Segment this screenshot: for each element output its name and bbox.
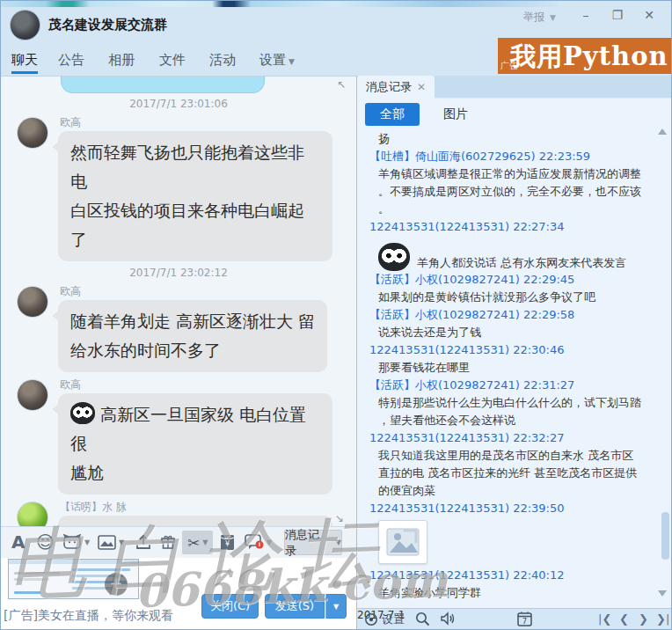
message-bubble: 茂南大道东延线，名正言顺了，@ 欧高 <box>58 516 332 526</box>
send-button[interactable]: 发送(S) <box>265 594 325 619</box>
history-entry-content: 那要看钱花在哪里 <box>369 359 656 377</box>
chat-message: 欧高随着羊角划走 高新区逐渐壮大 留 给水东的时间不多了 <box>1 284 356 372</box>
avatar[interactable] <box>17 502 48 526</box>
next-page-icon[interactable]: ❯ <box>639 612 648 626</box>
input-ad-text[interactable]: [广告]美女在直播，等你来观看 <box>4 608 173 624</box>
upload-icon[interactable] <box>135 531 151 553</box>
chevron-down-icon: ▼ <box>267 538 272 546</box>
qq-group-chat-window: 茂名建设发展交流群 举报▼ – ❐ ✕ 聊天 公告 相册 文件 活动 设置▼ 我… <box>0 0 672 630</box>
history-entry-header[interactable]: 122413531(122413531) 22:39:50 <box>369 500 656 517</box>
first-page-icon[interactable]: |❮ <box>598 612 611 626</box>
timestamp: 2017/7/1 23:02:12 <box>1 267 356 281</box>
message-history-panel: 消息记录 ✕ 全部 图片 扬【吐槽】倚山面海(602729625) 22:23:… <box>357 76 672 630</box>
sender-name: 【话唠】水 脉 <box>60 500 356 514</box>
history-tabstrip: 消息记录 ✕ <box>357 76 672 99</box>
history-entry-header[interactable]: 122413531(122413531) 22:32:27 <box>369 429 656 447</box>
window-title: 茂名建设发展交流群 <box>48 17 167 33</box>
tab-settings[interactable]: 设置▼ <box>259 52 295 74</box>
chat-message-list[interactable]: ↖ ↘ 2017/7/1 23:01:06欧高然而轻舞飞扬也只能抱着这些非电 白… <box>1 77 356 526</box>
report-label: 举报 <box>523 11 544 23</box>
ad-banner-text: 我用Python <box>510 40 668 74</box>
scroll-down-icon[interactable] <box>658 590 667 597</box>
tab-files[interactable]: 文件 <box>159 52 186 74</box>
history-owl-text: 羊角人都没说话 总有水东网友来代表发言 <box>417 255 626 271</box>
collapse-panel-icon[interactable]: ↖ <box>337 78 346 91</box>
history-entry-header[interactable]: 122413531(122413531) 22:27:34 <box>369 218 656 236</box>
history-entry-content: 羊角人都没说话 总有水东网友来代表发言 <box>369 236 656 271</box>
history-settings-button[interactable]: 设置 <box>364 612 405 627</box>
sticker-icon[interactable]: ▼ <box>62 531 90 553</box>
calendar-icon[interactable]: 7 <box>517 612 532 626</box>
history-settings-label: 设置 <box>382 612 405 627</box>
zoom-in-icon[interactable]: + <box>105 573 128 596</box>
message-history-label: 消息记录 <box>285 527 331 559</box>
filter-images-button[interactable]: 图片 <box>438 103 473 126</box>
history-entry-content: 如果划的是黄岭镇估计就没那么多争议了吧 <box>369 289 656 306</box>
window-skin-strip <box>1 1 557 7</box>
scrollbar-thumb[interactable] <box>661 512 669 560</box>
font-icon[interactable]: A <box>11 531 25 553</box>
svg-text:¥: ¥ <box>225 540 230 548</box>
avatar[interactable] <box>17 117 48 149</box>
history-entry-header[interactable]: 【吐槽】倚山面海(602729625) 22:23:59 <box>369 148 656 165</box>
message-input-area[interactable]: + [广告]美女在直播，等你来观看 关闭(C) 发送(S) ▼ <box>1 558 356 630</box>
chevron-down-icon: ▼ <box>336 538 341 546</box>
chat-message: 【话唠】水 脉茂南大道东延线，名正言顺了，@ 欧高 <box>1 500 356 526</box>
sender-name: 欧高 <box>60 115 356 129</box>
sender-name: 欧高 <box>60 284 356 298</box>
scroll-up-icon[interactable] <box>658 128 667 135</box>
history-entry-content: 特别是那些说什么生为电白什么什么的，试下划马踏 ，望夫看他还会不会这样说 <box>369 394 656 429</box>
speaker-icon[interactable] <box>440 612 457 626</box>
group-avatar[interactable] <box>10 10 40 40</box>
sender-name: 欧高 <box>60 377 356 392</box>
history-footer: 设置 7 2017-7-1 |❮ ❮ ❯ ❯| <box>357 608 672 630</box>
search-icon[interactable] <box>415 612 430 626</box>
owl-emoji-icon <box>70 402 95 424</box>
gift-icon[interactable] <box>160 531 176 553</box>
photo-icon <box>386 528 420 556</box>
chat-message: 欧高高新区一旦国家级 电白位置很 尴尬 <box>1 377 356 494</box>
history-tab[interactable]: 消息记录 ✕ <box>357 76 435 99</box>
last-page-icon[interactable]: ❯| <box>656 612 669 626</box>
filter-all-button[interactable]: 全部 <box>365 103 420 126</box>
owl-emoji-icon <box>378 243 410 271</box>
outgoing-bubble-partial <box>61 77 265 93</box>
tab-announcement[interactable]: 公告 <box>58 52 84 74</box>
message-bubble: 随着羊角划走 高新区逐渐壮大 留 给水东的时间不多了 <box>58 300 327 372</box>
minimize-button[interactable]: – <box>573 4 599 26</box>
red-packet-icon[interactable]: ¥ <box>220 531 235 553</box>
chevron-down-icon: ▼ <box>550 13 556 22</box>
ad-banner[interactable]: 我用Python 广告 <box>498 38 672 74</box>
close-button[interactable]: ✕ <box>636 4 662 26</box>
avatar[interactable] <box>17 286 48 318</box>
history-entry-header[interactable]: 【活跃】小权(1029827241) 22:29:58 <box>369 306 656 324</box>
history-entry-header[interactable]: 122413531(122413531) 22:40:12 <box>369 567 656 584</box>
send-options-dropdown[interactable]: ▼ <box>325 594 347 619</box>
tab-activity[interactable]: 活动 <box>209 52 236 74</box>
avatar[interactable] <box>17 379 48 411</box>
history-entry-content: 我只知道我这里用的是茂名市区的自来水 茂名市区 直拉的电 茂名市区拉来的光纤 甚… <box>369 447 656 500</box>
message-history-button[interactable]: 消息记录 ▼ <box>284 530 342 555</box>
close-tab-icon[interactable]: ✕ <box>417 81 426 93</box>
history-image-thumbnail[interactable] <box>378 520 427 564</box>
image-icon[interactable]: ▼ <box>98 531 124 553</box>
chevron-down-icon: ▼ <box>202 538 208 546</box>
pasted-screenshot-thumbnail[interactable]: + <box>8 559 139 599</box>
tab-settings-label: 设置 <box>259 52 286 68</box>
maximize-button[interactable]: ❐ <box>604 4 631 26</box>
ad-tag: 广告 <box>500 60 518 72</box>
tab-album[interactable]: 相册 <box>108 52 135 74</box>
close-chat-button[interactable]: 关闭(C) <box>201 594 259 619</box>
screenshot-icon[interactable]: ✂ ▼ <box>182 531 213 554</box>
chat-toolbar: A ☺ ▼ ▼ ✂ ▼ ¥ ▼ 消息记录 ▼ <box>1 526 356 558</box>
chevron-down-icon: ▼ <box>119 538 124 546</box>
prev-page-icon[interactable]: ❮ <box>619 612 629 626</box>
history-entry-list[interactable]: 扬【吐槽】倚山面海(602729625) 22:23:59羊角镇区域调整是很正常… <box>357 130 656 608</box>
emoji-icon[interactable]: ☺ <box>36 531 55 553</box>
history-entry-header[interactable]: 122413531(122413531) 22:30:46 <box>369 341 656 359</box>
report-button[interactable]: 举报▼ <box>523 10 556 25</box>
notify-icon[interactable]: ▼ <box>245 531 272 553</box>
history-entry-header[interactable]: 【活跃】小权(1029827241) 22:29:45 <box>369 271 656 289</box>
tab-chat[interactable]: 聊天 <box>11 52 38 74</box>
history-entry-header[interactable]: 【活跃】小权(1029827241) 22:31:27 <box>369 377 656 394</box>
